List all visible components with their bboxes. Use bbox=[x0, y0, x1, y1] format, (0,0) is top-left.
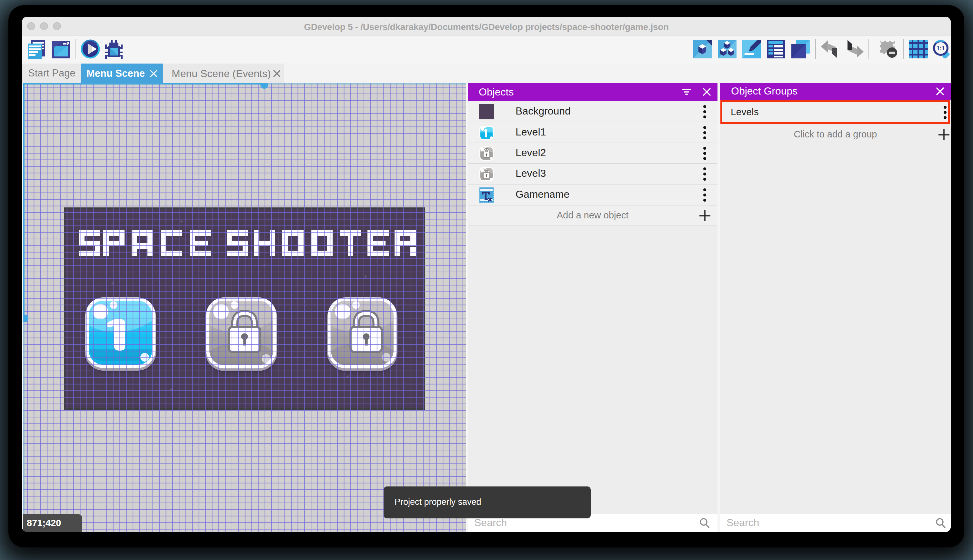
svg-text:1:1: 1:1 bbox=[936, 45, 945, 52]
